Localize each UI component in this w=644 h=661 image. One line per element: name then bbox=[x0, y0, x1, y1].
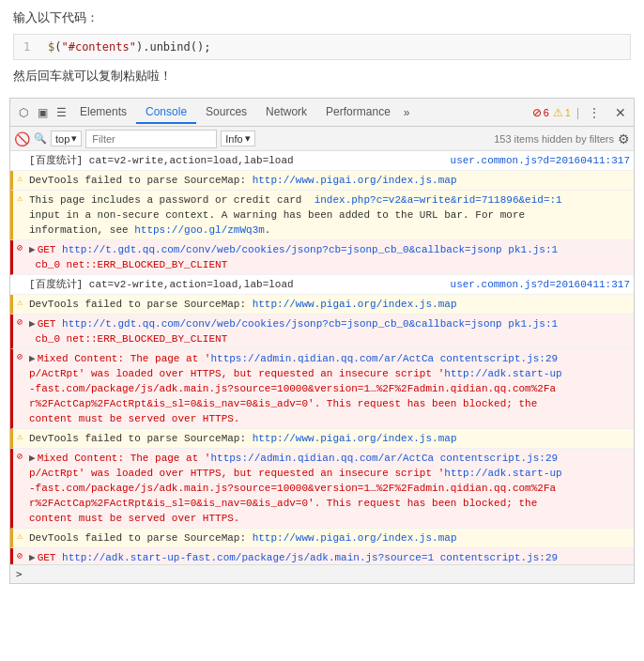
log-link[interactable]: http://adk.start-up bbox=[444, 368, 561, 379]
log-link[interactable]: http://t.gdt.qq.com/conv/web/cookies/jso… bbox=[62, 318, 502, 330]
error-icon: ⊘ bbox=[17, 551, 23, 562]
log-text: ▶Mixed Content: The page at 'https://adm… bbox=[29, 351, 630, 426]
filter-icon[interactable]: 🔍 bbox=[34, 132, 47, 145]
log-text: [百度统计] cat=v2-write,action=load,lab=load… bbox=[29, 153, 630, 168]
log-ref[interactable]: contentscript.js:29 bbox=[440, 353, 558, 364]
log-entry: ⊘ ▶Mixed Content: The page at 'https://a… bbox=[10, 449, 634, 529]
log-link[interactable]: http://www.pigai.org/index.js.map bbox=[253, 433, 457, 444]
log-entry: ⚠ DevTools failed to parse SourceMap: ht… bbox=[10, 529, 634, 548]
log-text: DevTools failed to parse SourceMap: http… bbox=[29, 173, 630, 188]
log-text: ▶GET http://t.gdt.qq.com/conv/web/cookie… bbox=[29, 242, 630, 272]
log-entry: ⚠ DevTools failed to parse SourceMap: ht… bbox=[10, 171, 634, 191]
code-str: "#contents" bbox=[61, 40, 135, 54]
divider: | bbox=[576, 106, 579, 119]
mobile-icon[interactable]: ☰ bbox=[52, 103, 70, 122]
devtools-panel: ⬡ ▣ ☰ Elements Console Sources Network P… bbox=[9, 98, 635, 584]
tab-console[interactable]: Console bbox=[136, 101, 196, 124]
log-link[interactable]: https://goo.gl/zmWq3m bbox=[134, 224, 265, 236]
source-ref[interactable]: user.common.js?d=20160411:317 bbox=[451, 153, 630, 168]
log-entry: ⊘ ▶GET http://t.gdt.qq.com/conv/web/cook… bbox=[10, 315, 634, 349]
tab-more[interactable]: » bbox=[400, 106, 414, 119]
hidden-items-count: 153 items hidden by filters bbox=[259, 133, 614, 145]
console-toolbar: 🚫 🔍 top ▾ Info ▾ 153 items hidden by fil… bbox=[10, 127, 634, 151]
log-text: ▶Mixed Content: The page at 'https://adm… bbox=[29, 451, 630, 526]
warn-icon: ⚠ bbox=[17, 531, 23, 543]
code-block: 1 $("#contents").unbind(); bbox=[13, 34, 631, 60]
log-entry: ⚠ This page includes a password or credi… bbox=[10, 191, 634, 240]
cursor-icon[interactable]: ⬡ bbox=[14, 103, 33, 122]
error-icon: ⊘ bbox=[17, 317, 23, 329]
code-text: $("#contents").unbind(); bbox=[48, 40, 210, 54]
expand-icon[interactable]: ▶ bbox=[29, 244, 36, 255]
bottom-prompt: > bbox=[16, 568, 23, 580]
level-value: Info bbox=[225, 133, 242, 145]
log-text: DevTools failed to parse SourceMap: http… bbox=[29, 297, 630, 312]
log-link[interactable]: http://www.pigai.org/index.js.map bbox=[253, 299, 457, 310]
tab-network[interactable]: Network bbox=[256, 101, 316, 124]
log-entry: [百度统计] cat=v2-write,action=load,lab=load… bbox=[10, 275, 634, 295]
log-link[interactable]: https://admin.qidian.qq.com/ar/ActCa bbox=[210, 353, 434, 364]
error-count[interactable]: ⊘ 6 bbox=[532, 106, 549, 119]
log-ref[interactable]: contentscript.js:29 bbox=[440, 552, 558, 563]
result-text: 然后回车就可以复制粘贴啦！ bbox=[13, 68, 631, 85]
log-text: DevTools failed to parse SourceMap: http… bbox=[29, 530, 630, 546]
level-select[interactable]: Info ▾ bbox=[221, 131, 254, 146]
warning-count[interactable]: ⚠ 1 bbox=[553, 106, 571, 119]
tab-elements[interactable]: Elements bbox=[70, 101, 136, 124]
devtools-bottom: > bbox=[10, 564, 634, 583]
log-entry: [百度统计] cat=v2-write,action=load,lab=load… bbox=[10, 151, 634, 171]
devtools-errors: ⊘ 6 ⚠ 1 | ⋮ ✕ bbox=[532, 103, 630, 122]
log-text: ▶GET http://adk.start-up-fast.com/packag… bbox=[29, 550, 630, 564]
close-icon[interactable]: ✕ bbox=[611, 103, 630, 122]
line-number: 1 bbox=[23, 40, 38, 54]
tab-performance[interactable]: Performance bbox=[316, 101, 400, 124]
more-options-icon[interactable]: ⋮ bbox=[585, 103, 604, 122]
log-entry: ⚠ DevTools failed to parse SourceMap: ht… bbox=[10, 429, 634, 449]
warn-icon: ⚠ bbox=[17, 298, 23, 309]
error-icon: ⊘ bbox=[17, 452, 23, 463]
log-ref[interactable]: pk1.js:1 bbox=[508, 318, 558, 330]
top-section: 输入以下代码： 1 $("#contents").unbind(); 然后回车就… bbox=[0, 0, 644, 98]
device-icon[interactable]: ▣ bbox=[33, 103, 52, 122]
log-link[interactable]: http://adk.start-up-fast.com/package/js/… bbox=[62, 552, 434, 563]
log-entry: ⚠ DevTools failed to parse SourceMap: ht… bbox=[10, 295, 634, 315]
log-text: This page includes a password or credit … bbox=[29, 192, 630, 238]
instruction-text: 输入以下代码： bbox=[13, 9, 631, 26]
log-link[interactable]: index.php?c=v2&a=write&rid=711896&eid=:1 bbox=[314, 194, 562, 206]
prompt-symbol[interactable]: > bbox=[16, 568, 23, 580]
error-icon: ⊘ bbox=[17, 243, 23, 254]
expand-icon[interactable]: ▶ bbox=[29, 318, 36, 330]
log-link[interactable]: https://admin.qidian.qq.com/ar/ActCa bbox=[210, 453, 434, 464]
tab-sources[interactable]: Sources bbox=[196, 101, 256, 124]
log-text: ▶GET http://t.gdt.qq.com/conv/web/cookie… bbox=[29, 316, 630, 346]
settings-icon[interactable]: ⚙ bbox=[618, 131, 630, 146]
source-ref[interactable]: user.common.js?d=20160411:317 bbox=[451, 277, 630, 292]
log-link[interactable]: http://www.pigai.org/index.js.map bbox=[253, 175, 457, 186]
log-link[interactable]: http://adk.start-up bbox=[444, 468, 561, 479]
devtools-toolbar: ⬡ ▣ ☰ Elements Console Sources Network P… bbox=[10, 99, 634, 127]
log-entry: ⊘ ▶Mixed Content: The page at 'https://a… bbox=[10, 349, 634, 429]
log-link[interactable]: http://t.gdt.qq.com/conv/web/cookies/jso… bbox=[62, 244, 502, 255]
warn-icon: ⚠ bbox=[17, 174, 23, 185]
context-select[interactable]: top ▾ bbox=[51, 131, 82, 146]
expand-icon[interactable]: ▶ bbox=[29, 552, 36, 563]
log-entry: ⊘ ▶GET http://t.gdt.qq.com/conv/web/cook… bbox=[10, 240, 634, 275]
expand-icon[interactable]: ▶ bbox=[29, 353, 36, 364]
error-icon: ⊘ bbox=[17, 352, 23, 363]
expand-icon[interactable]: ▶ bbox=[29, 453, 36, 464]
warn-icon: ⚠ bbox=[17, 193, 23, 205]
log-ref[interactable]: pk1.js:1 bbox=[508, 244, 558, 255]
context-dropdown-icon: ▾ bbox=[71, 132, 77, 145]
clear-console-icon[interactable]: 🚫 bbox=[14, 131, 30, 146]
log-text: [百度统计] cat=v2-write,action=load,lab=load… bbox=[29, 277, 630, 292]
log-entry: ⊘ ▶GET http://adk.start-up-fast.com/pack… bbox=[10, 548, 634, 564]
log-text: DevTools failed to parse SourceMap: http… bbox=[29, 431, 630, 446]
level-dropdown-icon: ▾ bbox=[245, 132, 251, 145]
context-value: top bbox=[55, 133, 69, 145]
log-link[interactable]: http://www.pigai.org/index.js.map bbox=[253, 532, 457, 544]
log-ref[interactable]: contentscript.js:29 bbox=[440, 453, 558, 464]
console-log: [百度统计] cat=v2-write,action=load,lab=load… bbox=[10, 151, 634, 564]
filter-input[interactable] bbox=[85, 130, 217, 148]
warn-icon: ⚠ bbox=[17, 432, 23, 443]
